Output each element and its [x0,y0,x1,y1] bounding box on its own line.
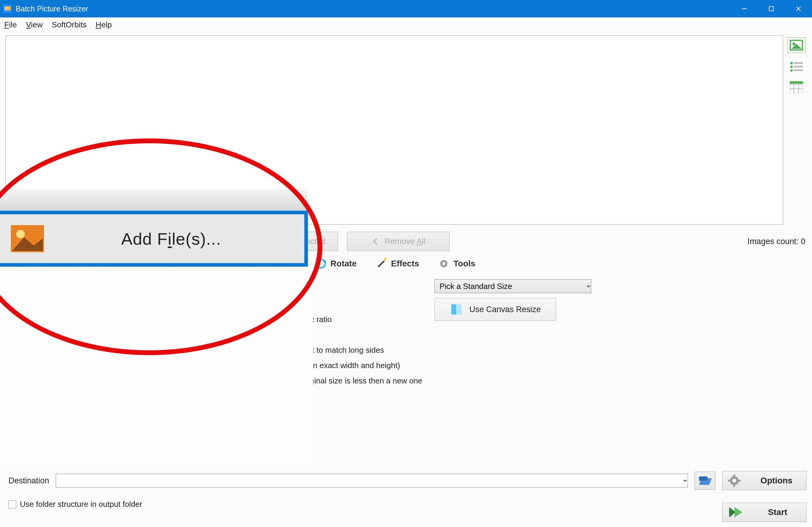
canvas-icon [450,302,463,316]
svg-rect-5 [769,6,773,11]
svg-point-34 [317,259,325,268]
tab-rotate[interactable]: Rotate [308,255,363,272]
svg-line-36 [378,261,384,267]
tab-effects[interactable]: Effects [369,255,426,272]
svg-rect-41 [451,304,456,315]
menu-view[interactable]: View [26,20,43,30]
svg-rect-13 [794,62,803,64]
window-title: Batch Picture Resizer [16,4,731,13]
svg-point-12 [790,62,793,64]
svg-point-10 [793,42,795,45]
options-button[interactable]: Options [722,471,807,490]
folder-open-icon [698,475,712,487]
svg-rect-15 [794,66,803,67]
svg-point-53 [16,230,25,238]
annotation-blur-top [0,189,307,212]
view-list-button[interactable] [787,58,806,74]
menu-file[interactable]: File [4,20,17,30]
menu-bar: File View SoftOrbits Help [0,17,812,32]
standard-size-select[interactable]: Pick a Standard Size [434,279,591,293]
view-thumbnails-button[interactable] [787,37,806,53]
svg-rect-46 [734,474,735,477]
svg-rect-18 [790,81,803,84]
svg-rect-43 [699,477,708,481]
use-canvas-resize-button[interactable]: Use Canvas Resize [434,298,556,321]
image-icon [11,225,44,252]
view-grid-button[interactable] [787,79,806,95]
svg-point-16 [790,69,793,72]
svg-rect-17 [794,70,803,71]
browse-destination-button[interactable] [695,472,715,490]
gear-icon [728,474,741,487]
images-count-label: Images count: 0 [748,237,806,246]
svg-rect-2 [4,6,11,11]
svg-point-45 [733,479,736,482]
play-icon [728,506,743,518]
svg-rect-49 [738,480,741,482]
use-folder-structure-checkbox[interactable]: Use folder structure in output folder [9,500,142,509]
minimize-button[interactable] [731,0,758,17]
rotate-icon [315,258,327,270]
svg-marker-51 [735,507,742,517]
svg-point-14 [790,65,793,68]
svg-rect-47 [734,485,735,487]
close-button[interactable] [785,0,812,17]
svg-marker-37 [383,258,387,261]
title-bar: Batch Picture Resizer [0,0,812,17]
maximize-button[interactable] [758,0,785,17]
svg-rect-48 [728,480,730,482]
menu-help[interactable]: Help [96,20,112,30]
gear-icon [438,258,450,270]
svg-point-39 [442,262,445,265]
remove-all-button[interactable]: Remove All [347,232,450,251]
wand-icon [375,258,388,270]
app-icon [3,4,12,13]
tab-tools[interactable]: Tools [431,255,482,272]
annotation-blur-under [0,267,313,465]
menu-softorbits[interactable]: SoftOrbits [52,20,87,30]
start-button[interactable]: Start [722,502,807,522]
destination-combobox[interactable] [56,474,688,487]
destination-label: Destination [9,476,49,485]
svg-point-3 [5,7,7,9]
view-mode-toolbar [786,35,807,95]
annotation-add-files-zoom: Add File(s)... [0,211,308,267]
chevron-left-icon [371,237,380,245]
